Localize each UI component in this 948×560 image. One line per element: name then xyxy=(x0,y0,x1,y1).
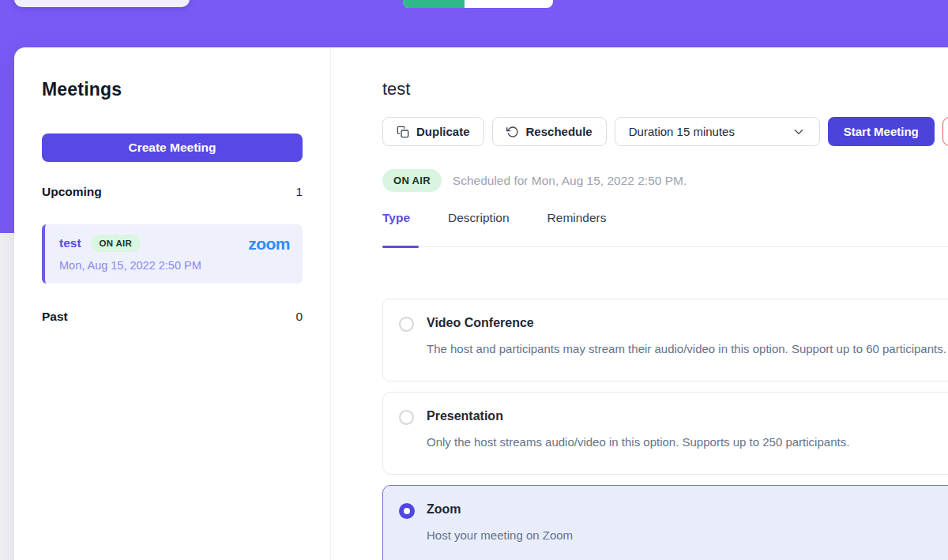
copy-icon xyxy=(397,126,409,138)
reschedule-button[interactable]: Reschedule xyxy=(492,117,607,146)
radio-unchecked-icon[interactable] xyxy=(399,410,414,425)
sidebar-section-upcoming[interactable]: Upcoming 1 xyxy=(42,184,303,199)
meetings-sidebar: Meetings Create Meeting Upcoming 1 test … xyxy=(14,47,330,560)
past-label: Past xyxy=(42,309,68,324)
meeting-detail: test Duplicate Reschedule Duration 15 mi… xyxy=(382,47,948,560)
meeting-item-onair-badge: ON AIR xyxy=(91,235,141,252)
start-meeting-button[interactable]: Start Meeting xyxy=(828,117,935,146)
option-description: The host and participants may stream the… xyxy=(427,338,948,360)
onair-badge: ON AIR xyxy=(382,169,442,192)
radio-column xyxy=(399,502,427,547)
sidebar-section-past[interactable]: Past 0 xyxy=(42,309,303,324)
sidebar-title: Meetings xyxy=(42,79,303,100)
radio-column xyxy=(399,409,427,453)
option-body: Zoom Host your meeting on Zoom xyxy=(427,502,948,547)
option-presentation[interactable]: Presentation Only the host streams audio… xyxy=(382,392,948,475)
duration-select[interactable]: Duration 15 minutes xyxy=(615,117,820,146)
option-title: Zoom xyxy=(427,502,948,517)
sidebar-divider xyxy=(330,47,331,560)
meeting-title: test xyxy=(382,79,948,100)
meeting-status-row: ON AIR Scheduled for Mon, Aug 15, 2022 2… xyxy=(382,169,948,192)
option-title: Video Conference xyxy=(427,316,948,330)
active-tab-underline xyxy=(382,246,419,248)
meeting-type-options: Video Conference The host and participan… xyxy=(382,299,948,560)
delete-meeting-button[interactable] xyxy=(942,117,948,146)
chevron-down-icon xyxy=(792,125,806,139)
meeting-item-title: test xyxy=(59,236,81,250)
option-body: Presentation Only the host streams audio… xyxy=(427,409,948,453)
reschedule-label: Reschedule xyxy=(526,125,592,138)
radio-column xyxy=(399,316,427,360)
meeting-item-datetime: Mon, Aug 15, 2022 2:50 PM xyxy=(59,259,290,272)
scheduled-text: Scheduled for Mon, Aug 15, 2022 2:50 PM. xyxy=(453,174,687,188)
header-progress-fill xyxy=(403,0,465,8)
past-count: 0 xyxy=(295,309,303,324)
upcoming-label: Upcoming xyxy=(42,184,102,199)
option-description: Only the host streams audio/video in thi… xyxy=(427,431,948,453)
option-video-conference[interactable]: Video Conference The host and participan… xyxy=(382,299,948,381)
duration-value: Duration 15 minutes xyxy=(629,125,735,138)
upcoming-count: 1 xyxy=(295,184,303,199)
header-pill-decoration xyxy=(14,0,190,7)
option-body: Video Conference The host and participan… xyxy=(427,316,948,360)
duplicate-button[interactable]: Duplicate xyxy=(382,117,484,146)
option-description: Host your meeting on Zoom xyxy=(427,524,948,547)
meeting-list-item[interactable]: test ON AIR zoom Mon, Aug 15, 2022 2:50 … xyxy=(42,224,303,284)
radio-unchecked-icon[interactable] xyxy=(399,317,414,332)
meeting-toolbar: Duplicate Reschedule Duration 15 minutes… xyxy=(382,117,948,146)
zoom-logo: zoom xyxy=(248,235,290,252)
meeting-item-header: test ON AIR zoom xyxy=(59,235,290,252)
tab-description[interactable]: Description xyxy=(448,210,510,225)
tab-type[interactable]: Type xyxy=(382,210,410,225)
create-meeting-button[interactable]: Create Meeting xyxy=(42,133,303,162)
radio-checked-icon[interactable] xyxy=(399,503,415,519)
header-progress-decoration xyxy=(403,0,553,8)
option-title: Presentation xyxy=(427,409,948,423)
duplicate-label: Duplicate xyxy=(416,125,470,138)
app-panel: Meetings Create Meeting Upcoming 1 test … xyxy=(14,47,948,560)
reschedule-icon xyxy=(506,126,519,138)
detail-tabs: Type Description Reminders xyxy=(382,210,948,247)
tab-reminders[interactable]: Reminders xyxy=(547,210,607,225)
option-zoom[interactable]: Zoom Host your meeting on Zoom xyxy=(382,485,948,560)
